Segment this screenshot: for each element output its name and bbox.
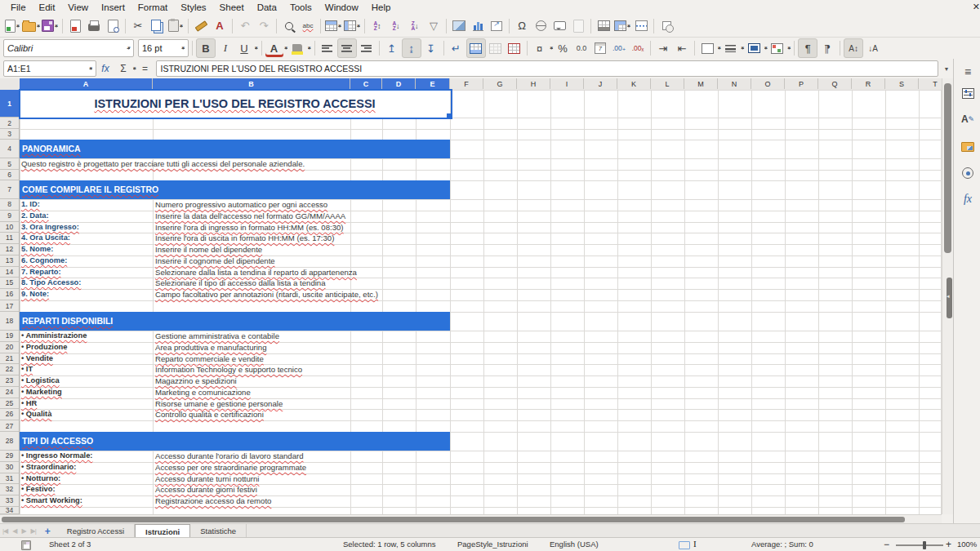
- percent-format-button[interactable]: %: [554, 39, 572, 57]
- section-header-reparti[interactable]: REPARTI DISPONIBILI: [20, 312, 450, 331]
- column-header-J[interactable]: J: [584, 78, 617, 89]
- row-header-7[interactable]: 7: [0, 180, 20, 199]
- new-document-button[interactable]: ▾: [3, 17, 21, 35]
- row-header-28[interactable]: 28: [0, 432, 20, 451]
- function-wizard-icon[interactable]: fx: [96, 63, 114, 74]
- currency-format-button[interactable]: ¤: [531, 39, 549, 57]
- row-header-9[interactable]: 9: [0, 211, 20, 222]
- wrap-text-button[interactable]: ↵: [448, 39, 466, 57]
- row-header-22[interactable]: 22: [0, 364, 20, 375]
- cell-desc[interactable]: Inserire il nome del dipendente: [155, 244, 498, 256]
- text-direction-ltr-button[interactable]: ¶: [798, 38, 817, 58]
- cell-label[interactable]: 9. Note:: [21, 289, 152, 300]
- properties-icon[interactable]: [960, 85, 976, 101]
- redo-button[interactable]: ↷: [255, 17, 273, 35]
- row-header-33[interactable]: 33: [0, 495, 20, 507]
- row-header-12[interactable]: 12: [0, 244, 20, 256]
- section-header-come-compilare[interactable]: COME COMPILARE IL REGISTRO: [20, 180, 450, 199]
- row-header-24[interactable]: 24: [0, 387, 20, 398]
- column-header-K[interactable]: K: [617, 78, 651, 89]
- row-header-16[interactable]: 16: [0, 289, 20, 300]
- sheet-info[interactable]: Sheet 2 of 3: [49, 540, 91, 549]
- cell-label[interactable]: • IT: [21, 364, 152, 375]
- row-button[interactable]: ▾: [324, 17, 342, 35]
- align-bottom-button[interactable]: ↧: [422, 39, 440, 57]
- row-header-29[interactable]: 29: [0, 451, 20, 462]
- cell-label[interactable]: 8. Tipo Accesso:: [21, 278, 152, 289]
- navigator-icon[interactable]: [960, 165, 976, 181]
- section-header-tipi-accesso[interactable]: TIPI DI ACCESSO: [20, 432, 450, 451]
- row-header-20[interactable]: 20: [0, 342, 20, 353]
- cell-desc[interactable]: Registrazione accesso da remoto: [155, 495, 498, 507]
- row-header-26[interactable]: 26: [0, 409, 20, 420]
- vertical-scrollbar-thumb[interactable]: [944, 83, 951, 253]
- underline-button[interactable]: U: [235, 39, 253, 57]
- cell-label[interactable]: 7. Reparto:: [21, 267, 152, 278]
- row-header-3[interactable]: 3: [0, 129, 20, 140]
- zoom-in-icon[interactable]: +: [946, 539, 951, 550]
- row-header-23[interactable]: 23: [0, 375, 20, 387]
- row-header-15[interactable]: 15: [0, 278, 20, 289]
- add-sheet-icon[interactable]: +: [38, 526, 57, 537]
- border-style-button[interactable]: [722, 39, 740, 57]
- add-decimal-button[interactable]: .00₊: [610, 39, 628, 57]
- column-header-P[interactable]: P: [785, 78, 818, 89]
- border-color-button[interactable]: [745, 39, 763, 57]
- merge-center-cells-button[interactable]: [466, 38, 486, 58]
- align-center-button[interactable]: [337, 38, 357, 58]
- cell-desc[interactable]: Reparto commerciale e vendite: [155, 353, 498, 365]
- row-header-8[interactable]: 8: [0, 199, 20, 211]
- menu-item-tools[interactable]: Tools: [284, 2, 318, 13]
- cell-label[interactable]: • Smart Working:: [21, 495, 152, 507]
- cell-desc[interactable]: Accesso durante l'orario di lavoro stand…: [155, 451, 498, 462]
- sort-button[interactable]: AZ↕: [368, 17, 386, 35]
- column-header-H[interactable]: H: [517, 78, 550, 89]
- previous-sheet-icon[interactable]: ◀: [10, 527, 19, 535]
- sidebar-hide-grip[interactable]: [947, 278, 952, 318]
- row-header-31[interactable]: 31: [0, 473, 20, 485]
- spelling-button[interactable]: abc: [299, 17, 317, 35]
- row-header-21[interactable]: 21: [0, 353, 20, 365]
- gallery-icon[interactable]: [960, 138, 976, 154]
- headers-footers-button[interactable]: [569, 17, 587, 35]
- cell-desc[interactable]: Numero progressivo automatico per ogni a…: [155, 199, 498, 211]
- row-header-13[interactable]: 13: [0, 256, 20, 267]
- delete-decimal-button[interactable]: .00ₓ: [629, 39, 647, 57]
- row-header-30[interactable]: 30: [0, 462, 20, 473]
- cell-label[interactable]: • HR: [21, 398, 152, 410]
- cell-desc[interactable]: Accesso per ore straordinarie programmat…: [155, 462, 498, 473]
- insert-comment-button[interactable]: [550, 17, 568, 35]
- freeze-rows-columns-button[interactable]: ▾: [613, 17, 631, 35]
- menu-item-data[interactable]: Data: [252, 2, 283, 13]
- font-size-combo[interactable]: 16 pt▾: [138, 39, 189, 57]
- sheet-tab-istruzioni[interactable]: Istruzioni: [135, 524, 190, 539]
- cell-desc[interactable]: Risorse umane e gestione personale: [155, 398, 498, 410]
- open-button[interactable]: ▾: [22, 17, 40, 35]
- cell-desc[interactable]: Marketing e comunicazione: [155, 387, 498, 398]
- row-header-14[interactable]: 14: [0, 267, 20, 278]
- decrease-indent-button[interactable]: ⇤: [673, 39, 691, 57]
- expand-formula-bar-icon[interactable]: ▼: [940, 66, 953, 72]
- text-direction-rtl-button[interactable]: ¶: [818, 39, 836, 57]
- cut-icon[interactable]: ✂: [129, 17, 147, 35]
- bold-button[interactable]: B: [196, 38, 216, 58]
- cell-label[interactable]: 1. ID:: [21, 199, 152, 211]
- cell-label[interactable]: • Notturno:: [21, 473, 152, 485]
- menu-item-help[interactable]: Help: [366, 2, 397, 13]
- functions-icon[interactable]: fx: [960, 191, 976, 207]
- row-header-25[interactable]: 25: [0, 398, 20, 410]
- sort-ascending-button[interactable]: AZ↓: [387, 17, 405, 35]
- cell-desc[interactable]: Inserire il cognome del dipendente: [155, 256, 498, 267]
- column-header-S[interactable]: S: [885, 78, 919, 89]
- column-header-G[interactable]: G: [483, 78, 517, 89]
- special-character-button[interactable]: Ω: [513, 17, 531, 35]
- row-header-5[interactable]: 5: [0, 158, 20, 170]
- undo-button[interactable]: ↶: [236, 17, 254, 35]
- column-header-C[interactable]: C: [350, 78, 382, 89]
- menu-item-sheet[interactable]: Sheet: [214, 2, 250, 13]
- cell-label[interactable]: 2. Data:: [21, 211, 152, 222]
- cell-overview-body[interactable]: Questo registro è progettato per traccia…: [21, 158, 446, 170]
- zoom-slider[interactable]: [896, 544, 943, 546]
- export-pdf-button[interactable]: [66, 17, 84, 35]
- column-header-T[interactable]: T: [919, 78, 942, 89]
